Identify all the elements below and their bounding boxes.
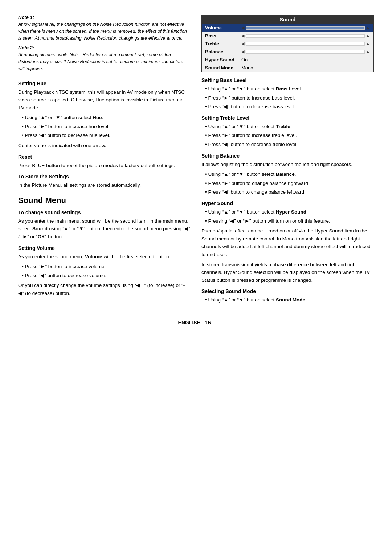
store-settings-heading: To Store the Settings [18, 174, 191, 179]
bar-left-treble: ◀ [241, 41, 244, 46]
soundmode-bullet-1: • Using “▲” or “▼” button select Sound M… [205, 296, 374, 304]
setting-volume-text: As you enter the sound menu, Volume will… [18, 253, 191, 261]
row-label-volume: Volume [205, 25, 241, 31]
bar-right-balance: ► [366, 50, 370, 54]
balance-bullet-1: • Using “▲” or “▼” button select Balance… [205, 170, 374, 178]
row-bar-bass: ◀ ► [241, 33, 370, 38]
balance-bullet-3: • Press “◀” button to change balance lef… [205, 188, 374, 196]
note1-text: At low signal level, the changings on th… [18, 21, 191, 41]
row-label-soundmode: Sound Mode [205, 65, 241, 70]
row-label-bass: Bass [205, 33, 241, 39]
sound-menu-heading: Sound Menu [18, 196, 191, 205]
setting-volume-heading: Setting Volume [18, 245, 191, 251]
hypersound-para1: Pseudo/spatial effect can be turned on o… [201, 227, 374, 258]
footer-text: ENGLISH - 16 - [178, 320, 214, 325]
bass-bullet-3: • Press “◀” button to decrease bass leve… [205, 103, 374, 111]
volume-bullet-1: • Press “►” button to increase volume. [22, 263, 191, 271]
note2-text: At moving pictures, while Noise Reductio… [18, 52, 191, 72]
table-row-soundmode: Sound Mode Mono [202, 64, 373, 72]
left-column: Note 1: At low signal level, the changin… [18, 15, 191, 305]
treble-bullet-1: • Using “▲” or “▼” button select Treble. [205, 123, 374, 131]
store-settings-para: In the Picture Menu, all settings are st… [18, 181, 191, 189]
hypersound-bullet-1: • Using “▲” or “▼” button select Hyper S… [205, 208, 374, 216]
hypersound-bullet-2: • Pressing “◀” or “►” button will turn o… [205, 217, 374, 225]
sound-table: Sound Volume ◀ ► Bass ◀ ► [201, 15, 374, 72]
bass-bullet-2: • Press “►” button to increase bass leve… [205, 94, 374, 102]
setting-bass-heading: Setting Bass Level [201, 77, 374, 83]
hue-bullet-3: • Press “◀” button to decrease hue level… [22, 131, 191, 139]
reset-para: Press BLUE button to reset the picture m… [18, 162, 191, 170]
bar-fill-volume [246, 26, 365, 30]
bar-left-bass: ◀ [241, 33, 244, 38]
row-value-soundmode: Mono [241, 65, 260, 70]
hypersound-para2: In stereo transmission it yields a phase… [201, 261, 374, 284]
divider1 [18, 76, 191, 76]
setting-hue-heading: Setting Hue [18, 81, 191, 86]
setting-hue-para: During Playback NTSC system, this will a… [18, 88, 191, 112]
note2-label: Note 2: [18, 45, 191, 50]
sound-table-header: Sound [202, 15, 373, 24]
balance-bullet-2: • Press “►” button to change balance rig… [205, 179, 374, 187]
page-footer: ENGLISH - 16 - [18, 316, 374, 325]
note1-label: Note 1: [18, 15, 191, 20]
table-row-bass: Bass ◀ ► [202, 32, 373, 40]
row-label-balance: Balance [205, 49, 241, 54]
volume-bullet-2: • Press “◀” button to decrease volume. [22, 272, 191, 280]
treble-bullet-2: • Press “►” button to increase treble le… [205, 131, 374, 139]
right-column: Sound Volume ◀ ► Bass ◀ ► [201, 15, 374, 305]
bar-fill-balance [246, 50, 365, 54]
table-row-hypersound: Hyper Sound On [202, 56, 373, 64]
bar-fill-treble [246, 42, 365, 46]
bass-bullet-1: • Using “▲” or “▼” button select Bass Le… [205, 85, 374, 93]
setting-balance-heading: Setting Balance [201, 153, 374, 159]
treble-bullet-3: • Press “◀” button to decrease treble le… [205, 141, 374, 149]
balance-intro: It allows adjusting the distribution bet… [201, 161, 374, 169]
main-layout: Note 1: At low signal level, the changin… [18, 15, 374, 305]
row-value-hypersound: On [241, 57, 260, 62]
selecting-soundmode-heading: Selecting Sound Mode [201, 288, 374, 294]
bar-right-treble: ► [366, 42, 370, 46]
row-bar-balance: ◀ ► [241, 49, 370, 54]
setting-treble-heading: Setting Treble Level [201, 115, 374, 121]
row-bar-treble: ◀ ► [241, 41, 370, 46]
volume-after-bullets: Or you can directly change the volume se… [18, 281, 191, 297]
bar-left-volume: ◀ [241, 25, 244, 30]
table-row-balance: Balance ◀ ► [202, 48, 373, 56]
reset-heading: Reset [18, 154, 191, 160]
hue-bullet-1: • Using “▲” or “▼” button select Hue. [22, 114, 191, 122]
hue-after-bullets: Center value is indicated with one arrow… [18, 142, 191, 150]
table-row-volume: Volume ◀ ► [202, 24, 373, 32]
hue-bullet-2: • Press “►” button to increase hue level… [22, 123, 191, 131]
row-label-treble: Treble [205, 41, 241, 46]
bar-right-bass: ► [366, 34, 370, 38]
table-row-treble: Treble ◀ ► [202, 40, 373, 48]
sound-change-heading: To change sound settings [18, 210, 191, 215]
bar-fill-bass [246, 34, 365, 38]
bar-right-volume: ► [366, 26, 370, 30]
bar-left-balance: ◀ [241, 49, 244, 54]
hyper-sound-heading: Hyper Sound [201, 200, 374, 206]
page-wrapper: Note 1: At low signal level, the changin… [18, 15, 374, 325]
row-label-hypersound: Hyper Sound [205, 57, 241, 62]
sound-change-text: As you enter the main menu, sound will b… [18, 217, 191, 241]
row-bar-volume: ◀ ► [241, 25, 370, 30]
